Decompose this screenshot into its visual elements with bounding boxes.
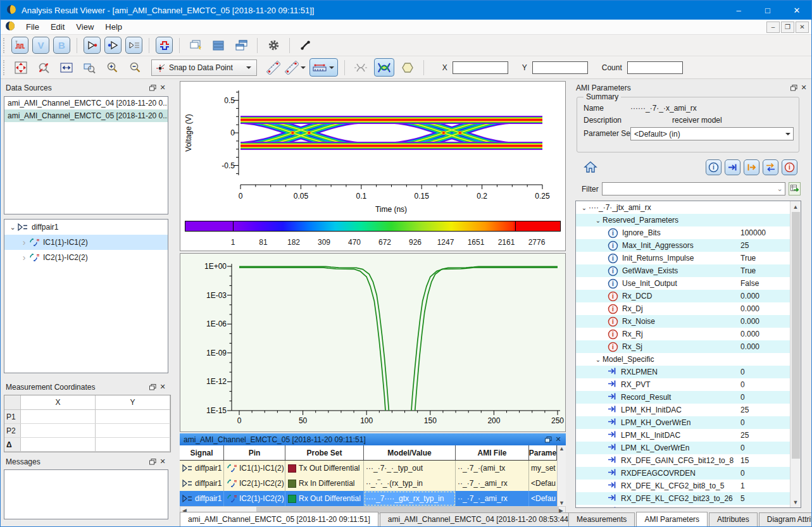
float-panel-icon[interactable] [147, 84, 158, 92]
arrow-out-button[interactable] [744, 159, 759, 175]
parameter-row[interactable]: iMax_Init_Aggressors25 [576, 239, 801, 252]
filter-combobox[interactable]: ⌄ [602, 182, 785, 195]
parameter-row[interactable]: LPM_KH_OverWrEn0 [576, 416, 801, 429]
model-value-cell[interactable]: ····_7····_gtx_rx_typ_in [364, 491, 456, 506]
parameter-row[interactable]: iRx_DCD0.000 [576, 290, 801, 302]
menu-edit[interactable]: Edit [45, 20, 70, 34]
signal-table-vscrollbar[interactable]: ▲▼ [557, 445, 566, 506]
tree-expander-icon[interactable]: ⌄ [580, 204, 589, 211]
parameter-row[interactable]: iRx_Rj0.000 [576, 328, 801, 340]
scrollbar-thumb[interactable] [792, 212, 800, 459]
parameter-row[interactable]: LPM_KH_InitDAC25 [576, 404, 801, 416]
toolbar-grip[interactable] [3, 38, 6, 53]
close-panel-icon[interactable]: ✕ [553, 435, 563, 444]
ruler-horizontal-button[interactable] [309, 58, 338, 77]
data-source-item[interactable]: ami_AMI_Channel_EMCTC_05 [2018-11-20 0..… [4, 109, 168, 122]
zoom-in-button[interactable] [104, 59, 120, 76]
parameter-row[interactable]: ⌄····_·7·_jtx_ami_rx [576, 201, 801, 214]
float-panel-icon[interactable] [147, 383, 158, 392]
property-tab-measurements[interactable]: Measurements [568, 512, 635, 527]
menu-view[interactable]: View [70, 20, 99, 34]
result-tab[interactable]: ami_AMI_Channel_EMCTC_04 [2018-11-20 08:… [380, 512, 579, 527]
cascade-windows-button[interactable] [233, 37, 249, 54]
minimize-button[interactable]: – [724, 1, 753, 20]
zoom-out-button[interactable] [127, 59, 143, 76]
tree-expander-icon[interactable]: › [20, 237, 28, 247]
menu-help[interactable]: Help [99, 20, 128, 34]
parameter-row[interactable]: RX_DFE_KL_CFG2_bit23_to_265 [576, 492, 801, 505]
settings-gear-button[interactable] [265, 37, 282, 54]
parameter-row[interactable]: ⌄Reserved_Parameters [576, 214, 801, 226]
parameter-row[interactable]: iRx_Noise0.000 [576, 315, 801, 328]
result-tab[interactable]: ami_AMI_Channel_EMCTC_05 [2018-11-20 09:… [180, 512, 378, 527]
arrow-in-button[interactable] [725, 159, 740, 175]
parameter-row[interactable]: iRx_Dj0.000 [576, 302, 801, 315]
ruler-diagonal-menu-button[interactable] [288, 59, 304, 76]
mdi-restore-button[interactable]: ❐ [781, 22, 794, 33]
tree-node[interactable]: ⌄diffpair1 [4, 220, 168, 235]
probe-input-button[interactable] [104, 37, 122, 54]
zoom-dynamic-button[interactable] [35, 59, 52, 76]
coordinate-cell[interactable] [21, 424, 96, 437]
home-button[interactable] [582, 159, 599, 175]
parameter-row[interactable]: RXDFEAGCOVRDEN0 [576, 467, 801, 480]
data-source-item[interactable]: ami_AMI_Channel_EMCTC_04 [2018-11-20 0..… [4, 97, 168, 109]
close-button[interactable]: ✕ [782, 1, 811, 20]
model-value-cell[interactable]: ··_·‾·_·(rx_typ_in [364, 476, 456, 491]
eye-waveform-button[interactable] [11, 37, 28, 54]
signal-table-caption[interactable]: ami_AMI_Channel_EMCTC_05 [2018-11-20 09:… [180, 433, 566, 445]
ruler-diagonal-button[interactable] [265, 59, 282, 76]
tree-expander-icon[interactable]: ⌄ [8, 223, 17, 232]
overlay-waveforms-button[interactable] [156, 37, 173, 54]
x-coordinate-input[interactable] [453, 61, 508, 74]
table-row[interactable]: diffpair1IC2(1)-IC2(2)Rx Out Differentia… [180, 491, 557, 506]
parameter-row[interactable]: iGetWave_ExistsTrue [576, 264, 801, 277]
bathtub-plot[interactable]: 1E+001E-031E-061E-091E-121E-150501001502… [180, 254, 565, 431]
coordinate-cell[interactable] [96, 424, 170, 437]
tree-expander-icon[interactable]: › [20, 252, 28, 263]
parameter-row[interactable]: RX_DFE_UT_CFG_bit11_to_520 [576, 505, 801, 508]
parameter-row[interactable]: RX_DFE_KL_CFG2_bit8_to_51 [576, 480, 801, 492]
property-tab-ami-parameters[interactable]: AMI Parameters [636, 512, 708, 527]
parameter-row[interactable]: RXLPMEN0 [576, 366, 801, 378]
table-row[interactable]: diffpair1IC1(1)-IC1(2)Tx Out Differentia… [180, 461, 557, 476]
data-source-list[interactable]: ami_AMI_Channel_EMCTC_04 [2018-11-20 0..… [4, 96, 168, 214]
parameter-row[interactable]: Record_Result0 [576, 391, 801, 404]
signal-tree[interactable]: ⌄diffpair1›IC1(1)-IC1(2)›IC2(1)-IC2(2) [4, 219, 168, 373]
filter-apply-button[interactable] [789, 182, 801, 195]
close-panel-icon[interactable]: ✕ [158, 383, 168, 392]
parameter-row[interactable]: LPM_KL_OverWrEn0 [576, 442, 801, 454]
zoom-window-button[interactable] [81, 59, 97, 76]
fit-width-button[interactable] [58, 59, 75, 76]
maximize-button[interactable]: □ [753, 1, 782, 20]
tree-expander-icon[interactable]: ⌄ [594, 356, 603, 363]
parameter-row[interactable]: iRx_Sj0.000 [576, 340, 801, 353]
bit-stream-button[interactable]: B [53, 37, 70, 54]
parameter-row[interactable]: ⌄Model_Specific [576, 353, 801, 366]
coordinate-cell[interactable] [96, 438, 170, 451]
close-panel-icon[interactable]: ✕ [799, 84, 809, 92]
float-panel-icon[interactable] [147, 457, 158, 466]
table-row[interactable]: diffpair1IC2(1)-IC2(2)Rx In Differential… [180, 476, 557, 491]
probe-output-button[interactable] [84, 37, 101, 54]
parameter-row[interactable]: iIgnore_Bits100000 [576, 226, 801, 239]
voltage-button[interactable]: V [32, 37, 49, 54]
float-panel-icon[interactable] [543, 435, 553, 444]
parameter-tree-scrollbar[interactable]: ▲ ▼ [790, 201, 801, 507]
tile-horizontal-button[interactable] [210, 37, 227, 54]
float-panel-icon[interactable] [789, 84, 799, 92]
parameter-row[interactable]: RX_DFE_GAIN_CFG_bit12_to_815 [576, 454, 801, 467]
count-input[interactable] [627, 61, 683, 74]
coordinate-cell[interactable] [21, 410, 96, 423]
property-tab-diagram-attributes[interactable]: Diagram Attributes [759, 512, 812, 527]
eye-mask-button[interactable] [374, 58, 394, 77]
parameter-set-dropdown[interactable]: <Default> (in) [630, 127, 794, 140]
info-circle-button[interactable]: i [706, 159, 721, 175]
coordinate-cell[interactable] [96, 410, 170, 423]
polygon-mask-button[interactable] [399, 59, 416, 76]
new-window-button[interactable] [187, 37, 204, 54]
tree-expander-icon[interactable]: ⌄ [594, 217, 603, 224]
parameter-row[interactable]: iInit_Returns_ImpulseTrue [576, 252, 801, 264]
handset-button[interactable] [297, 37, 314, 54]
parameter-row[interactable]: iUse_Init_OutputFalse [576, 277, 801, 290]
